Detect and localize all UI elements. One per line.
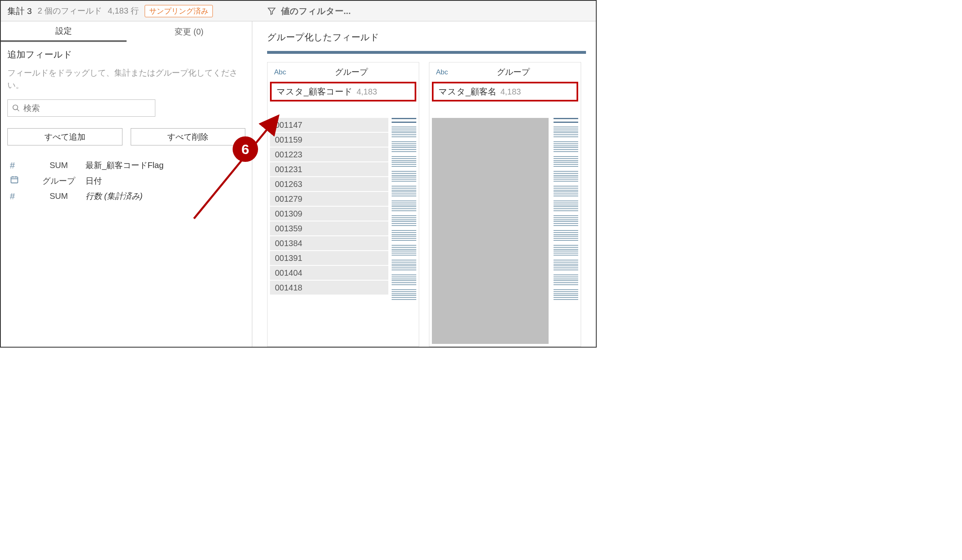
spark-row — [392, 124, 416, 139]
group-card[interactable]: Abc グループ マスタ_顧客コード 4,183 001147001159001… — [267, 62, 419, 347]
cards: Abc グループ マスタ_顧客コード 4,183 001147001159001… — [267, 62, 586, 347]
value-row[interactable]: 001404 — [270, 266, 388, 281]
spark-row — [554, 169, 578, 184]
value-row[interactable]: 001147 — [270, 118, 388, 133]
abc-type-icon: Abc — [436, 68, 448, 76]
spark-row — [554, 228, 578, 243]
field-name: 日付 — [85, 175, 102, 187]
step-name: 集計 3 — [7, 5, 32, 17]
field-count: 4,183 — [357, 87, 377, 97]
highlight-box: マスタ_顧客名 4,183 — [432, 82, 578, 101]
top-left: 集計 3 2 個のフィールド 4,183 行 サンプリング済み — [7, 5, 259, 17]
spark-row — [392, 184, 416, 198]
value-row[interactable]: 001391 — [270, 251, 388, 266]
additional-fields-title: 追加フィールド — [7, 48, 245, 61]
value-list: 0011470011590012230012310012630012790013… — [270, 118, 388, 344]
value-row[interactable]: 001223 — [270, 147, 388, 162]
spark-row — [392, 228, 416, 243]
search-box[interactable] — [7, 99, 155, 117]
remove-all-button[interactable]: すべて削除 — [131, 128, 246, 145]
spark-row — [554, 258, 578, 272]
field-title: マスタ_顧客コード — [277, 86, 353, 97]
redacted-block — [432, 118, 549, 344]
main: 設定 変更 (0) 追加フィールド フィールドをドラッグして、集計またはグループ… — [1, 21, 596, 347]
card-header: Abc グループ — [268, 62, 419, 82]
card-body — [429, 118, 581, 346]
number-icon: # — [7, 160, 32, 171]
date-icon — [7, 175, 32, 187]
field-list: # SUM 最新_顧客コードFlag グループ 日付 # SUM 行数 (集計済… — [7, 158, 245, 204]
spark-header — [392, 118, 416, 123]
value-row[interactable]: 001159 — [270, 133, 388, 147]
number-icon: # — [7, 191, 32, 202]
value-row[interactable]: 001309 — [270, 207, 388, 221]
group-card[interactable]: Abc グループ マスタ_顧客名 4,183 — [429, 62, 581, 347]
tabs: 設定 変更 (0) — [1, 21, 252, 42]
field-row[interactable]: グループ 日付 — [7, 173, 245, 189]
spark-row — [392, 258, 416, 272]
spark-row — [392, 272, 416, 287]
field-name: 行数 (集計済み) — [85, 191, 143, 202]
svg-point-0 — [13, 105, 18, 110]
field-name: 最新_顧客コードFlag — [85, 160, 164, 171]
highlight-box: マスタ_顧客コード 4,183 — [270, 82, 416, 101]
field-count: 4,183 — [501, 87, 521, 97]
top-right: 値のフィルター... — [259, 5, 351, 17]
value-row[interactable]: 001263 — [270, 177, 388, 192]
divider — [267, 51, 586, 54]
filter-icon[interactable] — [267, 7, 276, 16]
search-input[interactable] — [23, 104, 151, 113]
agg-label: SUM — [32, 191, 85, 201]
field-row[interactable]: # SUM 最新_顧客コードFlag — [7, 158, 245, 173]
spark-row — [554, 272, 578, 287]
left-pane: 設定 変更 (0) 追加フィールド フィールドをドラッグして、集計またはグループ… — [1, 21, 252, 347]
spark-row — [554, 139, 578, 154]
spark-row — [554, 154, 578, 169]
grouped-fields-title: グループ化したフィールド — [267, 31, 586, 44]
spark-row — [554, 124, 578, 139]
tab-settings[interactable]: 設定 — [1, 21, 127, 42]
search-icon — [12, 104, 20, 112]
spark-row — [392, 154, 416, 169]
field-row[interactable]: # SUM 行数 (集計済み) — [7, 189, 245, 204]
histogram — [392, 118, 416, 344]
hint-text: フィールドをドラッグして、集計またはグループ化してください。 — [7, 67, 245, 91]
spark-row — [554, 287, 578, 302]
right-pane: グループ化したフィールド Abc グループ マスタ_顧客コード 4,183 00… — [252, 21, 596, 347]
field-count: 2 個のフィールド — [38, 5, 102, 16]
value-row[interactable]: 001279 — [270, 192, 388, 207]
sampled-badge: サンプリング済み — [145, 5, 213, 17]
spark-row — [392, 287, 416, 302]
button-row: すべて追加 すべて削除 — [7, 128, 245, 145]
value-row[interactable]: 001231 — [270, 162, 388, 177]
filter-label[interactable]: 値のフィルター... — [281, 5, 351, 17]
svg-line-1 — [17, 109, 19, 111]
spark-row — [554, 198, 578, 213]
card-header: Abc グループ — [429, 62, 581, 82]
histogram — [554, 118, 578, 344]
abc-type-icon: Abc — [274, 68, 286, 76]
spark-row — [554, 213, 578, 228]
row-count: 4,183 行 — [108, 5, 139, 16]
group-label: グループ — [464, 67, 562, 78]
spark-row — [392, 139, 416, 154]
spark-row — [392, 169, 416, 184]
tab-changes[interactable]: 変更 (0) — [127, 21, 252, 42]
agg-label: グループ — [32, 175, 85, 187]
spark-row — [392, 243, 416, 258]
spark-header — [554, 118, 578, 123]
card-body: 0011470011590012230012310012630012790013… — [268, 118, 419, 346]
agg-label: SUM — [32, 161, 85, 170]
spark-row — [554, 184, 578, 198]
value-row[interactable]: 001384 — [270, 236, 388, 251]
annotation-badge: 6 — [233, 136, 258, 162]
spark-row — [554, 243, 578, 258]
group-label: グループ — [302, 67, 400, 78]
value-row[interactable]: 001359 — [270, 221, 388, 236]
spark-row — [392, 198, 416, 213]
add-all-button[interactable]: すべて追加 — [7, 128, 122, 145]
field-title: マスタ_顧客名 — [438, 86, 496, 97]
spark-row — [392, 213, 416, 228]
value-row[interactable]: 001418 — [270, 281, 388, 295]
top-bar: 集計 3 2 個のフィールド 4,183 行 サンプリング済み 値のフィルター.… — [1, 1, 596, 21]
